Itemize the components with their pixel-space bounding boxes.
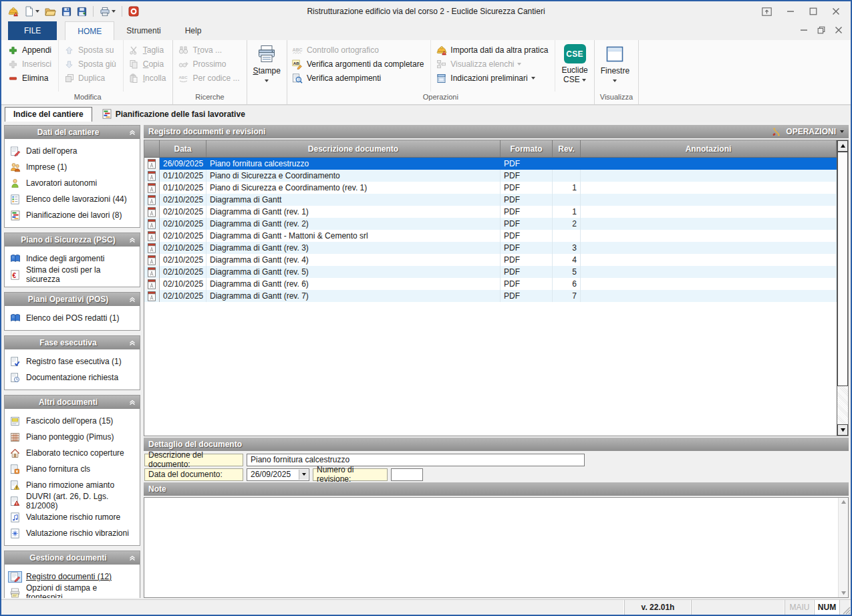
ribbon-button-appendi[interactable]: Appendi: [6, 44, 55, 56]
operazioni-button[interactable]: OPERAZIONI: [771, 127, 844, 137]
ribbon-button-indicazioni-preliminari[interactable]: Indicazioni preliminari: [434, 72, 551, 84]
table-row[interactable]: 02/10/2025Diagramma di Gantt - Mattoni &…: [144, 230, 837, 242]
sidebar-item-dati-dell-opera[interactable]: Dati dell'opera: [7, 143, 137, 159]
maximize-button[interactable]: [809, 7, 817, 15]
column-header-rev[interactable]: Rev.: [553, 140, 581, 157]
table-row[interactable]: 01/10/2025Piano di Sicurezza e Coordinam…: [144, 182, 837, 194]
sidebar-item-pianificazione-dei-lavori-8[interactable]: Pianificazione dei lavori (8): [7, 207, 137, 223]
sidebar-item-elenco-delle-lavorazioni-44[interactable]: Elenco delle lavorazioni (44): [7, 191, 137, 207]
chevrons-up-icon[interactable]: [128, 128, 136, 136]
ribbon-button-euclide-cse[interactable]: CSEEuclideCSE: [555, 40, 593, 85]
sidebar-item-lavoratori-autonomi[interactable]: Lavoratori autonomi: [7, 175, 137, 191]
close-button[interactable]: [832, 7, 840, 15]
sidebar-item-registro-fase-esecutiva-1[interactable]: Registro fase esecutiva (1): [7, 353, 137, 369]
sidebar-item-imprese-1[interactable]: Imprese (1): [7, 159, 137, 175]
table-row[interactable]: 02/10/2025Diagramma di Gantt (rev. 1)PDF…: [144, 206, 837, 218]
sidebar-item-valutazione-rischio-rumore[interactable]: Valutazione rischio rumore: [7, 509, 137, 525]
sidebar-item-stima-dei-costi-per-la-sicurezza[interactable]: €Stima dei costi per la sicurezza: [7, 267, 137, 283]
mdi-close-button[interactable]: [835, 26, 843, 36]
plus-gray-icon: [7, 60, 19, 69]
note-textarea[interactable]: [144, 498, 838, 597]
sidebar-item-piano-ponteggio-pimus[interactable]: Piano ponteggio (Pimus): [7, 429, 137, 445]
column-header-formato[interactable]: Formato: [501, 140, 553, 157]
panel-header-dati-del-cantiere[interactable]: Dati del cantiere: [5, 126, 140, 139]
column-header-data[interactable]: Data: [160, 140, 206, 157]
panel-header-fase-esecutiva[interactable]: Fase esecutiva: [5, 336, 140, 349]
minimize-button[interactable]: [787, 7, 795, 15]
app-logo-button[interactable]: [6, 5, 21, 18]
scroll-down-icon[interactable]: [837, 424, 848, 436]
column-header-icon[interactable]: [144, 140, 160, 157]
scrollbar-track[interactable]: [837, 152, 848, 424]
table-row[interactable]: 02/10/2025Diagramma di Gantt (rev. 3)PDF…: [144, 242, 837, 254]
scrollbar-thumb[interactable]: [837, 152, 848, 386]
save-as-button[interactable]: [75, 5, 89, 18]
resize-grip[interactable]: [840, 600, 851, 615]
sidebar-item-opzioni-di-stampa-e-frontespizi[interactable]: Opzioni di stampa e frontespizi: [7, 585, 137, 598]
ribbon-button-finestre[interactable]: Finestre: [595, 40, 635, 86]
table-row[interactable]: 02/10/2025Diagramma di Gantt (rev. 4)PDF…: [144, 254, 837, 266]
description-input[interactable]: Piano fornitura calcestruzzo: [247, 454, 585, 466]
table-row[interactable]: 01/10/2025Piano di Sicurezza e Coordinam…: [144, 170, 837, 182]
ribbon: AppendiInserisciEliminaSposta suSposta g…: [1, 40, 851, 105]
date-combobox[interactable]: 26/09/2025: [247, 468, 309, 481]
new-document-button[interactable]: [22, 5, 41, 18]
save-button[interactable]: [59, 5, 74, 18]
grip-icon: [842, 606, 851, 615]
sidebar-item-valutazione-rischio-vibrazioni[interactable]: Valutazione rischio vibrazioni: [7, 525, 137, 541]
ribbon-button-stampe[interactable]: Stampe: [247, 40, 287, 86]
row-pdf-icon-cell: [144, 266, 160, 278]
launcher-button[interactable]: [126, 5, 141, 18]
sidebar-item-indice-degli-argomenti[interactable]: Indice degli argomenti: [7, 251, 137, 267]
sidebar-item-registro-documenti-12[interactable]: Registro documenti (12): [7, 569, 137, 585]
sidebar-item-documentazione-richiesta[interactable]: Documentazione richiesta: [7, 369, 137, 386]
chevrons-up-icon[interactable]: [128, 236, 136, 244]
chevrons-up-icon[interactable]: [128, 295, 136, 303]
mdi-minimize-button[interactable]: [800, 26, 808, 36]
chevrons-up-icon[interactable]: [128, 398, 136, 406]
table-row[interactable]: 02/10/2025Diagramma di Gantt (rev. 7)PDF…: [144, 290, 837, 302]
toolbar-separator: [93, 6, 94, 17]
table-row[interactable]: 02/10/2025Diagramma di GanttPDF: [144, 194, 837, 206]
sidebar-item-piano-fornitura-cls[interactable]: Piano fornitura cls: [7, 461, 137, 477]
table-row[interactable]: 02/10/2025Diagramma di Gantt (rev. 2)PDF…: [144, 218, 837, 230]
cell-descrizione: Diagramma di Gantt (rev. 3): [206, 242, 501, 254]
panel-header-piani-operativi-pos[interactable]: Piani Operativi (POS): [5, 293, 140, 306]
ribbon-button-verifica-argomenti-da-completare[interactable]: ABVerifica argomenti da completare: [291, 58, 427, 70]
ribbon-button-verifica-adempimenti[interactable]: Verifica adempimenti: [291, 72, 427, 84]
collapse-ribbon-button[interactable]: [762, 7, 772, 16]
note-scrollbar[interactable]: [838, 498, 848, 597]
sidebar-item-elaborato-tecnico-coperture[interactable]: Elaborato tecnico coperture: [7, 445, 137, 461]
combo-dropdown-icon[interactable]: [299, 470, 308, 480]
menu-tab-help[interactable]: Help: [173, 21, 214, 40]
menu-tab-file[interactable]: FILE: [8, 21, 57, 40]
ribbon-button-importa-dati-da-altra-pratica[interactable]: Importa dati da altra pratica: [434, 44, 551, 56]
panel-header-piano-di-sicurezza-psc[interactable]: Piano di Sicurezza (PSC): [5, 233, 140, 247]
ribbon-button-elimina[interactable]: Elimina: [6, 72, 55, 84]
chevrons-up-icon[interactable]: [128, 339, 136, 347]
column-header-annotazioni[interactable]: Annotazioni: [581, 140, 837, 157]
scroll-up-icon[interactable]: [837, 140, 848, 152]
open-file-button[interactable]: [43, 5, 58, 18]
menu-tab-strumenti[interactable]: Strumenti: [114, 21, 172, 40]
menu-tab-home[interactable]: HOME: [65, 21, 114, 40]
sidebar-item-elenco-dei-pos-redatti-1[interactable]: Elenco dei POS redatti (1): [7, 310, 137, 326]
table-scrollbar[interactable]: [837, 140, 848, 436]
doc-tab-indice-del-cantiere[interactable]: Indice del cantiere: [5, 107, 92, 122]
table-row[interactable]: 02/10/2025Diagramma di Gantt (rev. 5)PDF…: [144, 266, 837, 278]
sidebar-item-duvri-art-26-d-lgs-81-2008[interactable]: DUVRI (art. 26, D. Lgs. 81/2008): [7, 493, 137, 509]
doc-tab-pianificazione-delle-fasi-lavorative[interactable]: Pianificazione delle fasi lavorative: [94, 107, 253, 122]
chevrons-up-icon[interactable]: [128, 554, 136, 562]
status-empty-segment: [692, 600, 785, 615]
quick-print-button[interactable]: [98, 5, 118, 18]
panel-header-gestione-documenti[interactable]: Gestione documenti: [5, 551, 140, 565]
table-row[interactable]: 02/10/2025Diagramma di Gantt (rev. 6)PDF…: [144, 278, 837, 290]
mdi-restore-button[interactable]: [817, 26, 825, 36]
panel-header-altri-documenti[interactable]: Altri documenti: [5, 396, 140, 409]
sidebar-item-fascicolo-dell-opera-15[interactable]: Fascicolo dell'opera (15): [7, 413, 137, 429]
table-row[interactable]: 26/09/2025Piano fornitura calcestruzzoPD…: [144, 158, 837, 170]
column-header-descrizione-documento[interactable]: Descrizione documento: [206, 140, 501, 157]
sidebar-item-piano-rimozione-amianto[interactable]: Piano rimozione amianto: [7, 477, 137, 493]
revision-input[interactable]: [391, 468, 423, 481]
doc-warn-red-icon: [9, 496, 21, 506]
